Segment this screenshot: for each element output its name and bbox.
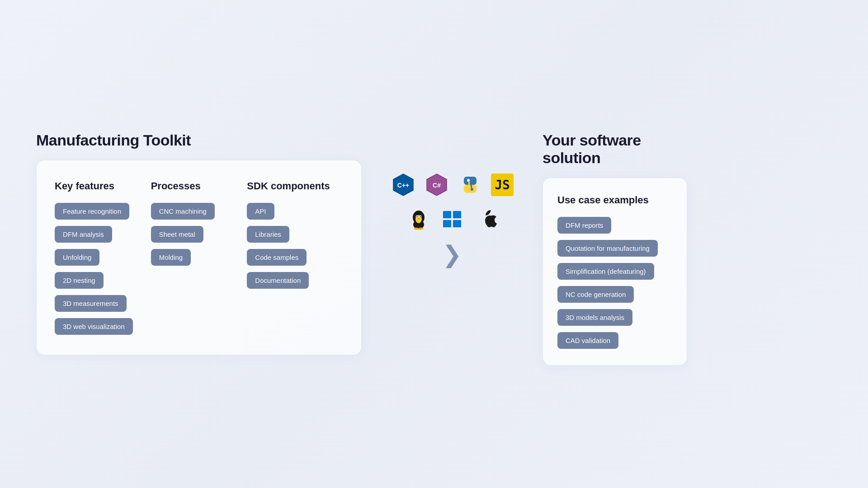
toolkit-card: Key features Feature recognition DFM ana… [36,160,362,355]
manufacturing-toolkit-section: Manufacturing Toolkit Key features Featu… [36,131,362,355]
your-solution-title: Your software solution [542,131,687,167]
use-case-column: Use case examples DFM reports Quotation … [557,194,672,349]
svg-point-9 [467,179,470,182]
processes-title: Processes [151,180,247,192]
processes-column: Processes CNC machining Sheet metal Mold… [151,180,247,335]
sdk-components-title: SDK components [247,180,343,192]
tech-logo-row-2 [406,206,498,232]
arrow-section: ❯ [442,241,462,268]
svg-rect-27 [453,220,461,227]
svg-rect-12 [471,185,472,188]
svg-rect-11 [468,182,470,185]
your-solution-section: Your software solution Use case examples… [542,131,687,366]
badge-libraries: Libraries [247,226,289,243]
badge-quotation-manufacturing: Quotation for manufacturing [557,240,658,257]
svg-point-22 [414,228,419,230]
badge-documentation: Documentation [247,272,309,289]
key-features-column: Key features Feature recognition DFM ana… [55,180,151,335]
svg-point-20 [420,216,421,217]
badge-unfolding: Unfolding [55,249,99,266]
use-case-title: Use case examples [557,194,672,206]
badge-cad-validation: CAD validation [557,332,618,349]
tech-logo-row-1: C++ C# [391,172,514,197]
svg-text:C++: C++ [397,182,409,189]
windows-icon [439,206,465,232]
badge-api: API [247,203,274,220]
cpp-icon: C++ [391,172,416,197]
middle-section: C++ C# [389,131,515,268]
badge-3d-models-analysis: 3D models analysis [557,309,632,326]
svg-rect-7 [464,177,476,185]
svg-text:C#: C# [433,182,441,189]
badge-3d-measurements: 3D measurements [55,295,127,312]
sdk-components-column: SDK components API Libraries Code sample… [247,180,343,335]
svg-rect-8 [464,185,476,193]
badge-code-samples: Code samples [247,249,307,266]
badge-dfm-reports: DFM reports [557,217,611,234]
svg-rect-25 [453,211,461,218]
apple-icon [473,206,498,232]
logos-card: C++ C# [391,172,514,232]
badge-3d-web-visualization: 3D web visualization [55,318,133,335]
js-icon: JS [491,174,514,196]
svg-point-23 [419,228,423,230]
csharp-icon: C# [424,172,449,197]
manufacturing-toolkit-title: Manufacturing Toolkit [36,131,362,149]
badge-cnc-machining: CNC machining [151,203,215,220]
svg-point-19 [416,216,417,217]
solution-card: Use case examples DFM reports Quotation … [542,178,687,366]
badge-molding: Molding [151,249,191,266]
svg-point-21 [417,218,420,220]
svg-point-10 [471,188,473,191]
key-features-title: Key features [55,180,151,192]
direction-arrow: ❯ [442,241,462,268]
badge-sheet-metal: Sheet metal [151,226,203,243]
badge-2d-nesting: 2D nesting [55,272,104,289]
svg-rect-26 [443,220,451,227]
page-wrapper: Manufacturing Toolkit Key features Featu… [36,122,832,366]
svg-rect-24 [443,211,451,218]
badge-nc-code-generation: NC code generation [557,286,634,303]
linux-icon [406,206,431,232]
badge-dfm-analysis: DFM analysis [55,226,112,243]
badge-simplification: Simplification (defeaturing) [557,263,654,280]
python-icon [458,172,483,197]
badge-feature-recognition: Feature recognition [55,203,129,220]
